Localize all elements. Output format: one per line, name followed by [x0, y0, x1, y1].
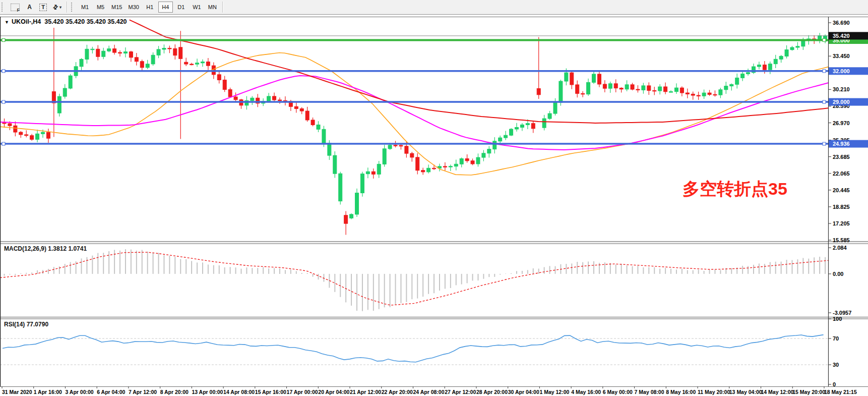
svg-text:8 May 16:00: 8 May 16:00 [666, 389, 696, 395]
svg-text:20 Apr 04:00: 20 Apr 04:00 [318, 389, 349, 395]
chart-ohlc-values: 35.420 35.420 35.420 35.420 [44, 18, 127, 25]
svg-text:6 Apr 04:00: 6 Apr 04:00 [97, 389, 125, 395]
svg-text:14 Apr 08:00: 14 Apr 08:00 [223, 389, 255, 395]
svg-text:1 Apr 16:00: 1 Apr 16:00 [34, 389, 62, 395]
svg-text:13 Apr 00:00: 13 Apr 00:00 [192, 389, 223, 395]
svg-text:0: 0 [833, 381, 836, 387]
chart-annotation[interactable]: 多空转折点35 [683, 178, 787, 201]
collapse-triangle-icon: ▼ [5, 20, 9, 25]
svg-text:18 May 21:15: 18 May 21:15 [824, 389, 857, 395]
svg-text:0.00: 0.00 [833, 271, 843, 277]
svg-text:26.970: 26.970 [833, 120, 850, 126]
svg-text:24.936: 24.936 [833, 141, 850, 147]
svg-text:7 May 08:00: 7 May 08:00 [635, 389, 664, 395]
svg-text:8 Apr 20:00: 8 Apr 20:00 [160, 389, 189, 395]
svg-text:13 May 04:00: 13 May 04:00 [729, 389, 762, 395]
svg-text:3 Apr 00:00: 3 Apr 00:00 [65, 389, 93, 395]
svg-text:17 Apr 00:00: 17 Apr 00:00 [287, 389, 318, 395]
svg-text:30.210: 30.210 [833, 86, 850, 92]
svg-text:18.825: 18.825 [833, 204, 850, 210]
svg-text:2.084: 2.084 [833, 245, 847, 251]
svg-text:1 May 12:00: 1 May 12:00 [539, 389, 569, 395]
svg-text:-3.0957: -3.0957 [833, 310, 851, 316]
svg-text:14 May 12:00: 14 May 12:00 [761, 389, 794, 395]
svg-text:20.445: 20.445 [833, 187, 850, 193]
chart-ohlc-title: ▼UKOil-,H4 35.420 35.420 35.420 35.420 [5, 18, 127, 25]
macd-label: MACD(12,26,9) 1.3812 1.0741 [4, 245, 87, 252]
svg-text:4 May 16:00: 4 May 16:00 [571, 389, 601, 395]
svg-text:29.000: 29.000 [833, 99, 850, 105]
chart-symbol-period: UKOil-,H4 [12, 18, 41, 25]
svg-text:100: 100 [833, 316, 842, 322]
svg-text:31 Mar 2020: 31 Mar 2020 [2, 389, 32, 395]
metatrader-window: F A T ⇄ ▾ M1M5M15M30H1H4D1W1MN 36.69033.… [0, 0, 868, 396]
svg-text:15 Apr 16:00: 15 Apr 16:00 [255, 389, 286, 395]
svg-text:11 May 20:00: 11 May 20:00 [698, 389, 730, 395]
svg-text:28 Apr 20:00: 28 Apr 20:00 [476, 389, 508, 395]
svg-text:30: 30 [833, 362, 839, 368]
svg-text:15 May 20:00: 15 May 20:00 [792, 389, 825, 395]
svg-text:36.690: 36.690 [833, 20, 850, 26]
svg-text:6 May 00:00: 6 May 00:00 [603, 389, 633, 395]
svg-text:22.065: 22.065 [833, 171, 850, 177]
svg-text:21 Apr 12:00: 21 Apr 12:00 [350, 389, 381, 395]
svg-text:24 Apr 08:00: 24 Apr 08:00 [413, 389, 444, 395]
svg-text:27 Apr 12:00: 27 Apr 12:00 [445, 389, 476, 395]
svg-text:23.685: 23.685 [833, 154, 850, 160]
rsi-label: RSI(14) 77.0790 [4, 321, 48, 328]
svg-text:22 Apr 20:00: 22 Apr 20:00 [382, 389, 413, 395]
svg-text:7 Apr 12:00: 7 Apr 12:00 [129, 389, 157, 395]
svg-text:15.585: 15.585 [833, 237, 850, 243]
svg-text:35.420: 35.420 [833, 33, 850, 39]
svg-text:33.450: 33.450 [833, 53, 850, 59]
svg-text:70: 70 [833, 335, 839, 342]
svg-text:30 Apr 04:00: 30 Apr 04:00 [508, 389, 539, 395]
svg-text:17.205: 17.205 [833, 220, 850, 227]
svg-text:32.000: 32.000 [833, 68, 850, 74]
